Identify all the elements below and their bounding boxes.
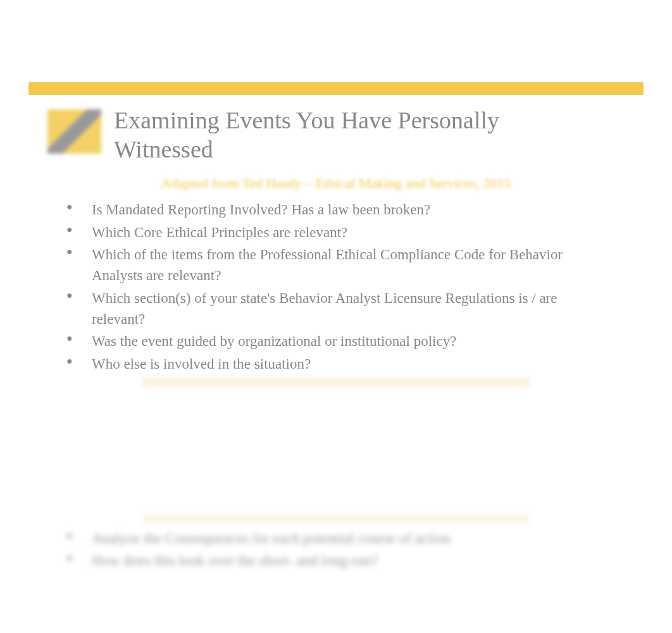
blurred-bullet-item: How does this look over the short- and l… [66,550,644,571]
logo-icon [47,109,101,154]
header: Examining Events You Have Personally Wit… [28,106,644,164]
bullet-item: Which Core Ethical Principles are releva… [66,222,566,243]
bullet-item: Is Mandated Reporting Involved? Has a la… [66,199,566,220]
slide-subtitle: Adapted from Ted Hasdy – Ethical Making … [28,175,644,192]
blurred-divider [142,515,530,522]
bullet-list: Is Mandated Reporting Involved? Has a la… [28,199,644,374]
next-slide-preview: Analyze the Consequences for each potent… [28,515,644,573]
bullet-item: Which of the items from the Professional… [66,244,566,286]
slide: Examining Events You Have Personally Wit… [28,82,644,386]
blurred-bullet-list: Analyze the Consequences for each potent… [28,528,644,572]
bullet-item: Who else is involved in the situation? [66,353,566,374]
accent-bar [28,82,644,95]
bullet-item: Was the event guided by organizational o… [66,331,566,352]
divider [142,378,530,386]
slide-title: Examining Events You Have Personally Wit… [114,106,525,164]
blurred-bullet-item: Analyze the Consequences for each potent… [66,528,644,549]
bullet-item: Which section(s) of your state's Behavio… [66,288,566,330]
